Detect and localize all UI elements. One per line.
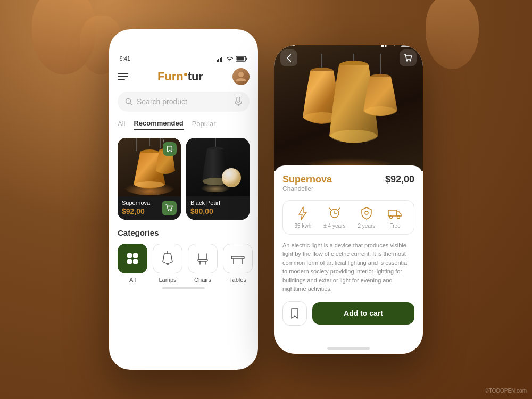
app-header: Furntur — [118, 64, 250, 92]
product-card-1[interactable]: Supernova $92,00 — [118, 138, 181, 220]
cat-tables[interactable]: Tables — [223, 244, 253, 283]
svg-rect-29 — [127, 259, 132, 264]
feature-label-warranty: 2 years — [358, 223, 376, 229]
search-bar[interactable]: Search product — [118, 92, 250, 112]
features-box: 35 kwh ± 4 years — [282, 200, 414, 235]
feature-lifespan: ± 4 years — [323, 206, 345, 229]
feature-shipping: Free — [387, 206, 402, 229]
feature-label-lifespan: ± 4 years — [323, 223, 345, 229]
battery-icon — [236, 56, 247, 62]
product-name-2: Black Pearl — [190, 200, 245, 206]
cat-label-lamps: Lamps — [159, 277, 176, 283]
signal-icon — [217, 56, 224, 62]
feature-warranty: 2 years — [358, 206, 376, 229]
svg-line-9 — [130, 103, 132, 105]
svg-rect-34 — [198, 259, 207, 261]
categories-title: Categories — [118, 228, 250, 237]
home-indicator-1 — [109, 283, 258, 294]
cat-icon-all — [118, 244, 147, 273]
svg-rect-2 — [220, 58, 221, 62]
product-category: Chandelier — [282, 185, 332, 193]
product-info-1: Supernova $92,00 — [118, 196, 181, 220]
svg-rect-30 — [133, 259, 138, 264]
cat-icon-tables — [223, 244, 253, 273]
cat-icon-chairs — [188, 244, 218, 273]
search-icon — [125, 98, 132, 105]
lamps-display — [274, 45, 423, 171]
phones-wrapper: 9:41 — [0, 0, 532, 399]
cat-icon-lamps — [153, 244, 182, 273]
lamp-black-svg — [186, 138, 250, 196]
product-image-area: 9:41 — [274, 45, 423, 171]
svg-rect-5 — [237, 57, 244, 61]
feature-energy: 35 kwh — [295, 206, 312, 229]
bookmark-btn-1[interactable] — [163, 142, 177, 156]
wifi-icon — [226, 56, 234, 62]
svg-point-64 — [390, 215, 393, 218]
status-icons-1 — [217, 56, 247, 62]
product-price-2: $80,00 — [190, 207, 245, 215]
logo-furn: Furn — [157, 70, 184, 84]
logo-dot — [184, 73, 187, 76]
search-placeholder: Search product — [137, 97, 230, 106]
filter-tabs: All Recommended Popular — [118, 119, 250, 130]
feature-icon-shipping — [387, 206, 402, 221]
app-logo: Furntur — [157, 70, 203, 84]
svg-rect-1 — [218, 59, 219, 62]
product-header-row: Supernova Chandelier $92,00 — [282, 174, 414, 199]
svg-point-65 — [397, 215, 400, 218]
add-cart-row: Add to cart — [282, 301, 414, 326]
svg-point-17 — [135, 181, 164, 188]
svg-rect-10 — [237, 97, 240, 102]
product-img-1 — [118, 138, 181, 196]
tab-all[interactable]: All — [118, 120, 125, 130]
svg-rect-27 — [127, 253, 132, 258]
feature-label-shipping: Free — [389, 223, 401, 229]
product-info-2: Black Pearl $80,00 — [186, 196, 250, 220]
user-avatar[interactable] — [232, 68, 250, 85]
product-detail-panel: Supernova Chandelier $92,00 35 kwh — [274, 165, 423, 344]
products-row: Supernova $92,00 — [118, 138, 250, 220]
time-1: 9:41 — [120, 56, 130, 62]
hamburger-menu[interactable] — [118, 73, 128, 80]
product-detail-price: $92,00 — [385, 174, 414, 185]
svg-rect-0 — [217, 60, 218, 62]
feature-icon-lifespan — [327, 206, 342, 221]
svg-point-56 — [330, 130, 377, 143]
watermark: ©TOOOPEN.com — [485, 388, 527, 394]
bookmark-button[interactable] — [282, 301, 307, 326]
categories-row: All Lamps — [118, 244, 250, 283]
svg-point-58 — [364, 106, 396, 116]
svg-rect-28 — [133, 253, 138, 258]
add-to-cart-button[interactable]: Add to cart — [312, 302, 414, 325]
cat-label-all: All — [129, 277, 136, 283]
svg-point-26 — [222, 168, 241, 187]
cat-chairs[interactable]: Chairs — [188, 244, 218, 283]
svg-point-49 — [295, 147, 402, 165]
tab-popular[interactable]: Popular — [192, 120, 216, 130]
feature-icon-energy — [295, 206, 310, 221]
svg-rect-63 — [388, 210, 397, 216]
product-detail-name: Supernova Chandelier — [282, 174, 332, 199]
svg-rect-6 — [246, 58, 247, 60]
home-indicator-2 — [274, 343, 423, 354]
feature-label-energy: 35 kwh — [295, 223, 312, 229]
tab-recommended[interactable]: Recommended — [134, 119, 183, 130]
svg-rect-3 — [221, 57, 222, 62]
detail-lamp-svg — [279, 54, 418, 165]
svg-point-7 — [238, 72, 244, 77]
cat-label-tables: Tables — [229, 277, 246, 283]
cat-all[interactable]: All — [118, 244, 147, 283]
status-bar-1: 9:41 — [109, 51, 258, 64]
svg-point-62 — [365, 211, 368, 214]
add-to-cart-1[interactable] — [162, 201, 177, 215]
logo-tur: tur — [188, 70, 203, 84]
product-card-2[interactable]: Black Pearl $80,00 — [186, 138, 250, 220]
cat-lamps[interactable]: Lamps — [153, 244, 182, 283]
product-img-2 — [186, 138, 250, 196]
product-description: An electric light is a device that produ… — [282, 241, 414, 294]
phone-1: 9:41 — [109, 29, 258, 370]
cat-label-chairs: Chairs — [194, 277, 211, 283]
mic-icon — [235, 97, 242, 106]
svg-point-21 — [170, 210, 172, 211]
